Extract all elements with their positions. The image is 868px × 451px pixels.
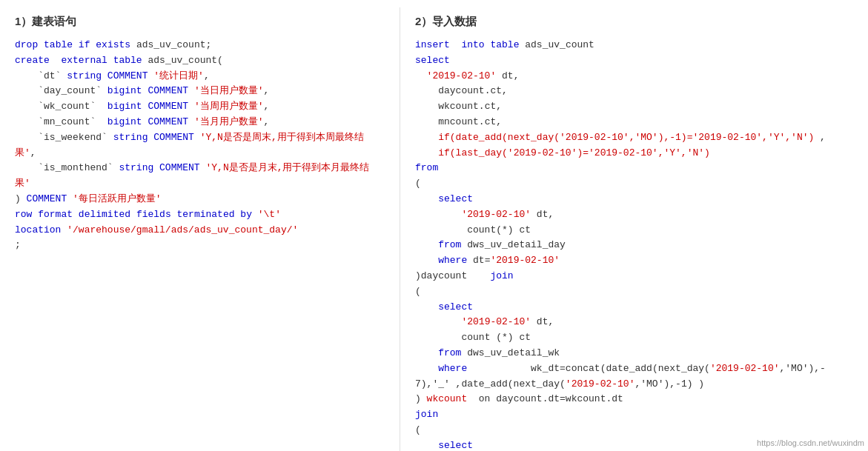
- left-panel: 1）建表语句 drop table if exists ads_uv_count…: [0, 7, 400, 451]
- left-code: drop table if exists ads_uv_count; creat…: [15, 38, 385, 253]
- left-title: 1）建表语句: [15, 15, 385, 29]
- watermark: https://blog.csdn.net/wuxindm: [757, 438, 864, 447]
- main-container: 1）建表语句 drop table if exists ads_uv_count…: [0, 0, 868, 451]
- right-title: 2）导入数据: [415, 15, 853, 29]
- right-code: insert into table ads_uv_count select '2…: [415, 38, 853, 451]
- right-panel: 2）导入数据 insert into table ads_uv_count se…: [400, 7, 868, 451]
